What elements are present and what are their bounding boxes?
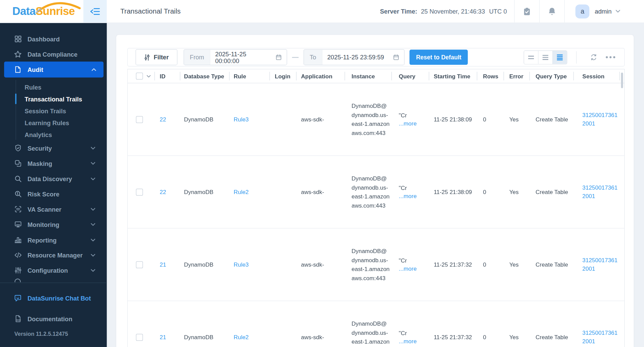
sidebar-item-label: Monitoring — [28, 221, 59, 228]
instance-cell: DynamoDB@dynamodb.us-east-1.amazonaws.co… — [345, 101, 392, 137]
instance-text: DynamoDB@dynamodb.us-east-1.amazonaws.co… — [352, 101, 390, 137]
more-options-button[interactable] — [606, 56, 615, 58]
row-checkbox[interactable] — [136, 334, 143, 341]
rule-link[interactable]: Rule2 — [234, 189, 249, 195]
dashboard-grid-icon — [14, 35, 22, 43]
sliders-icon — [14, 266, 22, 274]
id-link[interactable]: 22 — [160, 116, 166, 122]
user-menu[interactable]: admin — [595, 8, 611, 15]
instance-cell: DynamoDB@dynamodb.us-east-1.amazonaws.co… — [345, 319, 392, 347]
content-card: Filter From 2025-11-25 00:00:00 To 2025-… — [116, 35, 634, 347]
rule-link[interactable]: Rule3 — [234, 261, 249, 268]
chevron-down-icon[interactable] — [91, 238, 95, 241]
column-header-session: Session — [573, 69, 621, 83]
session-link[interactable]: 312500173612001 — [583, 329, 620, 346]
sidebar-item-documentation[interactable]: DOC Documentation — [0, 311, 107, 326]
session-link[interactable]: 312500173612001 — [583, 256, 620, 273]
sidebar-item-monitoring[interactable]: Monitoring — [0, 217, 107, 232]
sidebar-item-masking[interactable]: Masking — [0, 156, 107, 171]
calendar-icon[interactable] — [393, 50, 404, 65]
rule-cell: Rule2 — [229, 334, 269, 340]
row-checkbox[interactable] — [136, 189, 143, 196]
select-menu-chevron-icon[interactable] — [147, 75, 151, 77]
to-value[interactable]: 2025-11-25 23:59:59 — [322, 50, 393, 65]
sidebar-item-audit[interactable]: Audit — [4, 61, 104, 77]
session-link[interactable]: 312500173612001 — [583, 184, 620, 201]
chevron-down-icon[interactable] — [91, 177, 95, 180]
application-cell: aws-sdk- — [296, 116, 345, 122]
bell-icon — [548, 7, 556, 16]
collapse-menu-icon — [90, 7, 100, 16]
sidebar-subitem-analytics[interactable]: Analytics — [0, 129, 107, 140]
user-menu-chevron-icon[interactable] — [616, 10, 620, 13]
sidebar-subitem-rules[interactable]: Rules — [0, 81, 107, 93]
select-all-checkbox[interactable] — [136, 73, 143, 80]
sidebar-item-data-compliance[interactable]: Data Compliance — [0, 47, 107, 62]
sidebar-item-security[interactable]: Security — [0, 141, 107, 156]
id-link[interactable]: 22 — [160, 189, 166, 195]
subitem-label: Session Trails — [25, 107, 66, 114]
scanner-icon — [14, 205, 22, 213]
chevron-down-icon[interactable] — [91, 147, 95, 149]
query-more-link[interactable]: ...more — [399, 338, 429, 344]
sidebar-item-va-scanner[interactable]: VA Scanner — [0, 202, 107, 217]
database-type-cell: DynamoDB — [180, 116, 229, 122]
top-bar: DataSunrise Transactional Trails Server … — [0, 0, 644, 23]
date-range-dash — [292, 57, 299, 57]
chevron-down-icon[interactable] — [91, 254, 95, 256]
user-avatar[interactable]: a — [575, 4, 589, 18]
density-expanded-button[interactable] — [552, 51, 567, 64]
chevron-down-icon[interactable] — [91, 269, 95, 272]
notifications-button[interactable] — [540, 0, 565, 23]
sidebar-collapse-button[interactable] — [83, 0, 107, 23]
sidebar-subitem-session-trails[interactable]: Session Trails — [0, 105, 107, 117]
query-more-link[interactable]: ...more — [399, 120, 429, 127]
instance-text: DynamoDB@dynamodb.us-east-1.amazonaws.co… — [352, 174, 390, 210]
density-compact-button[interactable] — [524, 51, 538, 64]
starting-time-cell: 11-25 21:37:32 — [429, 261, 477, 268]
chevron-down-icon[interactable] — [91, 223, 95, 226]
instance-text: DynamoDB@dynamodb.us-east-1.amazonaws.co… — [352, 319, 390, 347]
chevron-down-icon[interactable] — [91, 208, 95, 210]
sidebar-item-label: Security — [28, 144, 52, 152]
sidebar-item-resource-manager[interactable]: Resource Manager — [0, 248, 107, 263]
sidebar-item-data-discovery[interactable]: Data Discovery — [0, 171, 107, 186]
date-to-field[interactable]: To 2025-11-25 23:59:59 — [304, 49, 405, 65]
sidebar-item-dashboard[interactable]: Dashboard — [0, 32, 107, 46]
reset-to-default-button[interactable]: Reset to Default — [410, 50, 468, 65]
server-time-zone: UTC 0 — [489, 8, 507, 15]
sidebar-item-configuration[interactable]: Configuration — [0, 263, 107, 278]
chat-bot-label: DataSunrise Chat Bot — [28, 295, 91, 302]
rule-link[interactable]: Rule3 — [234, 116, 249, 122]
query-more-link[interactable]: ...more — [399, 265, 429, 272]
chevron-up-icon[interactable] — [92, 68, 96, 71]
id-link[interactable]: 21 — [160, 261, 166, 268]
chevron-down-icon[interactable] — [91, 162, 95, 165]
row-checkbox[interactable] — [136, 261, 143, 268]
sidebar-item-reporting[interactable]: Reporting — [0, 233, 107, 248]
filter-button[interactable]: Filter — [136, 49, 177, 65]
density-medium-button[interactable] — [538, 51, 552, 64]
tasks-clipboard-button[interactable] — [515, 0, 539, 23]
session-link[interactable]: 312500173612001 — [583, 111, 620, 128]
sidebar-item-chat-bot[interactable]: DataSunrise Chat Bot — [0, 291, 107, 306]
calendar-icon[interactable] — [275, 50, 287, 65]
id-link[interactable]: 21 — [160, 334, 166, 340]
query-more-link[interactable]: ...more — [399, 193, 429, 199]
sidebar-item-label: Reporting — [28, 236, 57, 244]
from-value[interactable]: 2025-11-25 00:00:00 — [210, 50, 275, 65]
audit-trails-table: ID Database Type Rule Login Application … — [127, 69, 625, 347]
rule-link[interactable]: Rule2 — [234, 334, 249, 340]
sidebar-item-risk-score[interactable]: Risk Score — [0, 187, 107, 201]
refresh-button[interactable] — [586, 53, 602, 61]
monitor-icon — [14, 220, 22, 229]
sidebar-subitem-learning-rules[interactable]: Learning Rules — [0, 117, 107, 129]
date-from-field[interactable]: From 2025-11-25 00:00:00 — [184, 49, 287, 65]
query-text: "Cr — [399, 185, 407, 191]
row-select-cell — [128, 189, 155, 196]
subitem-label: Analytics — [25, 131, 52, 138]
page-title: Transactional Trails — [120, 0, 180, 23]
sidebar-subitem-transactional-trails[interactable]: Transactional Trails — [0, 93, 107, 104]
table-scrollbar-thumb[interactable] — [621, 73, 623, 88]
row-checkbox[interactable] — [136, 116, 143, 123]
